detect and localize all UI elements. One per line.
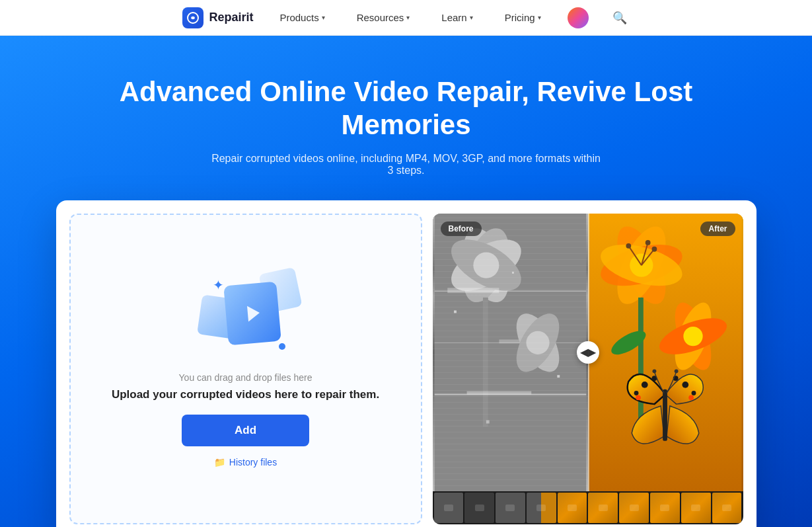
svg-point-42 [634,391,638,395]
divider-handle[interactable]: ◀▶ [577,341,599,364]
svg-point-33 [651,247,657,252]
svg-rect-48 [663,389,667,440]
nav-learn[interactable]: Learn ▾ [436,9,478,26]
play-icon [246,305,260,321]
svg-point-45 [691,391,696,395]
filmstrip-frame [619,493,649,523]
filmstrip-frame [650,493,680,523]
svg-point-49 [652,369,656,373]
svg-rect-12 [447,288,499,293]
upload-instruction: Upload your corrupted videos here to rep… [112,388,379,401]
filmstrip-frame [712,493,742,523]
svg-point-43 [682,382,688,388]
svg-point-17 [526,331,549,354]
svg-point-40 [641,382,647,388]
preview-panel: Before [433,214,743,524]
nav-logo[interactable]: Repairit [182,7,253,28]
svg-rect-20 [486,420,489,423]
filmstrip-frame [681,493,711,523]
main-card: ✦ You can drag and drop files here Uploa… [56,200,757,527]
svg-rect-18 [454,310,457,313]
chevron-down-icon: ▾ [322,14,325,21]
before-after-container: Before [433,214,743,491]
before-side: Before [433,214,588,491]
before-badge: Before [441,222,482,236]
filmstrip-frame [434,493,464,523]
svg-point-16 [507,307,568,379]
svg-rect-19 [511,272,513,274]
svg-point-32 [645,240,650,245]
logo-icon [182,7,203,28]
svg-point-7 [473,252,499,278]
filmstrip-frame [558,493,587,523]
drag-drop-text: You can drag and drop files here [179,372,313,383]
history-label: History files [229,457,277,467]
logo-text: Repairit [209,11,253,24]
chevron-down-icon: ▾ [470,14,473,21]
hero-section: Advanced Online Video Repair, Revive Los… [0,36,812,527]
repair-star-icon: ✦ [213,277,224,293]
upload-area[interactable]: ✦ You can drag and drop files here Uploa… [69,214,422,524]
before-image [433,214,588,491]
navbar: Repairit Products ▾ Resources ▾ Learn ▾ … [0,0,812,36]
add-button[interactable]: Add [182,415,309,446]
chevron-down-icon: ▾ [406,14,410,21]
after-badge: After [700,222,735,236]
nav-products[interactable]: Products ▾ [274,9,330,26]
svg-rect-14 [466,391,531,394]
upload-icon-wrapper: ✦ [193,270,299,356]
svg-point-6 [443,229,529,301]
svg-point-39 [683,327,702,346]
file-icon-main [223,281,281,345]
history-files-link[interactable]: 📁 History files [214,457,277,467]
filmstrip-frame [496,493,525,523]
svg-rect-8 [482,298,488,426]
hero-subtitle: Repair corrupted videos online, includin… [208,153,605,177]
avatar[interactable] [568,7,589,28]
dot-decoration [279,343,285,350]
svg-point-15 [507,307,568,379]
svg-point-46 [636,395,641,400]
search-icon[interactable]: 🔍 [610,8,630,28]
filmstrip-frame [464,493,494,523]
svg-point-47 [688,395,694,400]
filmstrip-frame [527,493,556,523]
page-title: Advanced Online Video Repair, Revive Los… [109,75,704,142]
nav-resources[interactable]: Resources ▾ [351,9,416,26]
svg-point-5 [443,229,529,301]
chevron-down-icon: ▾ [538,14,541,21]
svg-point-50 [674,369,678,373]
after-image [588,214,743,491]
filmstrip [433,491,743,524]
svg-rect-13 [499,339,538,343]
svg-rect-34 [638,298,643,426]
nav-pricing[interactable]: Pricing ▾ [499,9,546,26]
svg-point-1 [192,17,194,19]
filmstrip-frame [588,493,618,523]
svg-rect-2 [434,214,586,491]
svg-point-31 [626,243,631,249]
after-side: After [588,214,743,491]
svg-rect-21 [557,375,560,378]
folder-icon: 📁 [214,457,225,467]
